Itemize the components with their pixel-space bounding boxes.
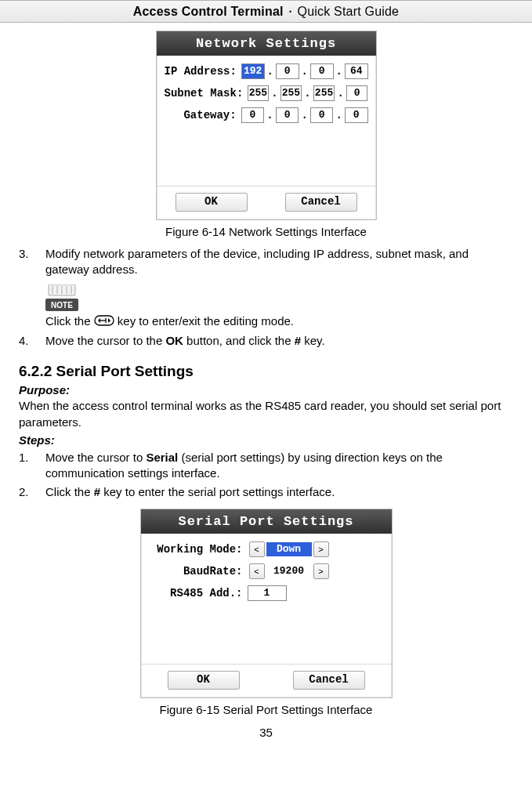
rs485-addr-value[interactable]: 1 (248, 585, 287, 601)
note-text: Click the key to enter/exit the editing … (45, 313, 513, 331)
steps-label: Steps: (19, 433, 513, 447)
step-text: Click the # key to enter the serial port… (45, 484, 513, 500)
svg-text:NOTE: NOTE (51, 301, 73, 310)
subnet-octet-2[interactable]: 255 (280, 85, 302, 101)
working-mode-label: Working Mode: (149, 543, 248, 556)
step-number: 4. (19, 333, 45, 349)
cancel-button[interactable]: Cancel (293, 671, 365, 690)
chevron-left-icon[interactable]: < (249, 541, 265, 557)
subnet-mask-label: Subnet Mask: (165, 87, 248, 100)
gateway-octet-4[interactable]: 0 (345, 107, 368, 123)
ok-button[interactable]: OK (176, 193, 248, 212)
subnet-octet-1[interactable]: 255 (248, 85, 270, 101)
gateway-octet-2[interactable]: 0 (276, 107, 299, 123)
ip-address-row: IP Address: 192. 0. 0. 64 (165, 63, 368, 79)
step-4: 4. Move the cursor to the OK button, and… (19, 333, 513, 349)
header-title-rest: Quick Start Guide (298, 5, 400, 18)
serial-step-2: 2. Click the # key to enter the serial p… (19, 484, 513, 500)
dialog-title: Network Settings (157, 31, 376, 56)
dialog-body: Working Mode: < Down > BaudRate: < 19200… (141, 534, 392, 664)
step-number: 3. (19, 246, 45, 278)
gateway-label: Gateway: (165, 109, 241, 121)
purpose-label: Purpose: (19, 383, 513, 397)
chevron-left-icon[interactable]: < (249, 563, 265, 579)
working-mode-value[interactable]: Down (266, 542, 312, 556)
step-number: 2. (19, 484, 45, 500)
chevron-right-icon[interactable]: > (313, 563, 329, 579)
page-header: Access Control Terminal·Quick Start Guid… (0, 0, 532, 23)
step-text: Move the cursor to the OK button, and cl… (45, 333, 513, 349)
header-title-bold: Access Control Terminal (133, 5, 284, 18)
ok-button[interactable]: OK (168, 671, 240, 690)
ip-octet-1[interactable]: 192 (241, 63, 265, 79)
section-heading: 6.2.2 Serial Port Settings (19, 363, 513, 380)
network-settings-dialog: Network Settings IP Address: 192. 0. 0. … (156, 31, 377, 220)
baudrate-row: BaudRate: < 19200 > (149, 563, 384, 579)
dialog-footer: OK Cancel (157, 186, 376, 219)
serial-port-settings-dialog: Serial Port Settings Working Mode: < Dow… (140, 509, 393, 698)
baudrate-label: BaudRate: (149, 565, 248, 578)
cancel-button[interactable]: Cancel (285, 193, 357, 212)
ip-octet-3[interactable]: 0 (310, 63, 334, 79)
note-icon: NOTE (45, 284, 78, 311)
figure-caption: Figure 6-14 Network Settings Interface (19, 225, 513, 238)
subnet-octet-3[interactable]: 255 (313, 85, 335, 101)
subnet-mask-row: Subnet Mask: 255. 255. 255. 0 (165, 85, 368, 101)
ip-octet-2[interactable]: 0 (276, 63, 299, 79)
step-text: Modify network parameters of the device,… (45, 246, 513, 278)
page-number: 35 (19, 726, 513, 739)
rs485-addr-label: RS485 Add.: (149, 587, 248, 599)
dialog-title: Serial Port Settings (141, 509, 392, 534)
figure-serial-port-settings: Serial Port Settings Working Mode: < Dow… (19, 509, 513, 716)
gateway-octet-1[interactable]: 0 (241, 107, 265, 123)
baudrate-value[interactable]: 19200 (266, 564, 312, 578)
ip-address-label: IP Address: (165, 65, 241, 78)
subnet-octet-4[interactable]: 0 (346, 85, 368, 101)
edit-key-icon (94, 313, 114, 330)
figure-caption: Figure 6-15 Serial Port Settings Interfa… (19, 703, 513, 716)
purpose-text: When the access control terminal works a… (19, 398, 513, 430)
gateway-row: Gateway: 0. 0. 0. 0 (165, 107, 368, 123)
step-3: 3. Modify network parameters of the devi… (19, 246, 513, 278)
working-mode-row: Working Mode: < Down > (149, 541, 384, 557)
figure-network-settings: Network Settings IP Address: 192. 0. 0. … (19, 31, 513, 238)
serial-step-1: 1. Move the cursor to Serial (serial por… (19, 450, 513, 482)
gateway-octet-3[interactable]: 0 (310, 107, 334, 123)
dialog-body: IP Address: 192. 0. 0. 64 Subnet Mask: 2… (157, 56, 376, 186)
dialog-footer: OK Cancel (141, 664, 392, 697)
chevron-right-icon[interactable]: > (313, 541, 329, 557)
step-number: 1. (19, 450, 45, 482)
rs485-addr-row: RS485 Add.: 1 (149, 585, 384, 601)
ip-octet-4[interactable]: 64 (345, 63, 368, 79)
header-separator: · (284, 4, 298, 19)
step-text: Move the cursor to Serial (serial port s… (45, 450, 513, 482)
